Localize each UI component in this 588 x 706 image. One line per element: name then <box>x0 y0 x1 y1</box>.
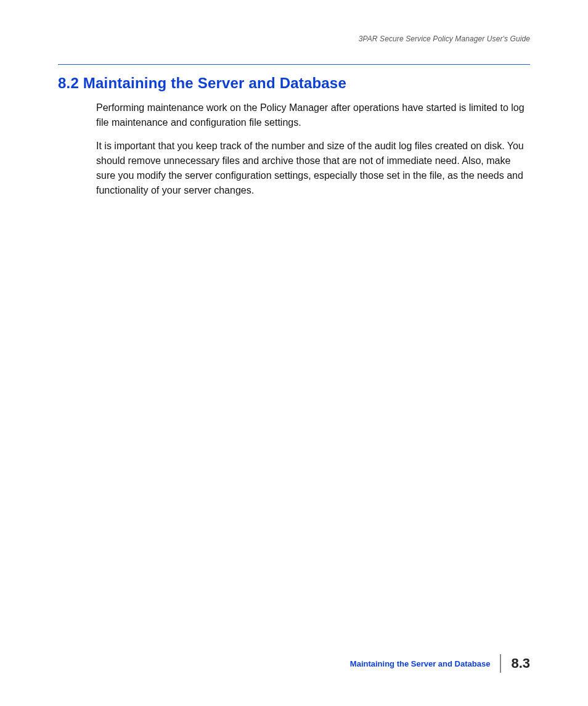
page-footer: Maintaining the Server and Database 8.3 <box>58 654 530 673</box>
body-paragraph: Performing maintenance work on the Polic… <box>96 101 530 130</box>
footer-section-title: Maintaining the Server and Database <box>350 659 500 668</box>
body-paragraph: It is important that you keep track of t… <box>96 139 530 198</box>
section-heading: 8.2 Maintaining the Server and Database <box>58 75 530 92</box>
document-page: 3PAR Secure Service Policy Manager User'… <box>0 0 588 706</box>
footer-divider <box>500 654 501 673</box>
footer-page-number: 8.3 <box>511 655 530 671</box>
horizontal-rule <box>58 64 530 65</box>
running-header: 3PAR Secure Service Policy Manager User'… <box>58 35 530 43</box>
